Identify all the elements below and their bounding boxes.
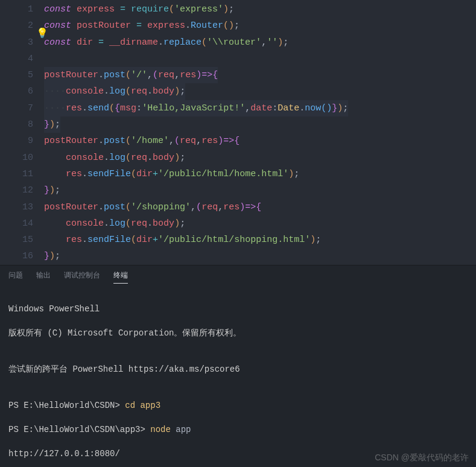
tab-terminal[interactable]: 终端 [113, 270, 128, 284]
terminal-line: 版权所有 (C) Microsoft Corporation。保留所有权利。 [8, 327, 468, 339]
line-number: 1 [0, 1, 33, 17]
terminal-line: PS E:\HelloWorld\CSDN> cd app3 [8, 399, 468, 411]
watermark: CSDN @爱敲代码的老许 [375, 453, 469, 463]
line-number: 2 [0, 17, 33, 34]
line-number: 8 [0, 116, 33, 133]
lightbulb-icon[interactable]: 💡 [36, 27, 48, 39]
line-number: 9 [0, 133, 33, 149]
line-number: 6 [0, 83, 33, 100]
panel-tabs: 问题 输出 调试控制台 终端 [0, 265, 476, 287]
line-gutter: 1 2 3 4 5 6 7 8 9 10 11 12 13 14 15 16 [0, 1, 44, 265]
line-number: 3 [0, 34, 33, 51]
tab-problems[interactable]: 问题 [8, 270, 23, 284]
line-number: 10 [0, 150, 33, 166]
terminal-line: Windows PowerShell [8, 303, 468, 315]
line-number: 7 [0, 100, 33, 116]
line-number: 13 [0, 199, 33, 215]
line-number: 15 [0, 232, 33, 248]
tab-debug-console[interactable]: 调试控制台 [64, 270, 100, 284]
tab-output[interactable]: 输出 [36, 270, 51, 284]
terminal-line: 尝试新的跨平台 PowerShell https://aka.ms/pscore… [8, 363, 468, 375]
terminal-line: PS E:\HelloWorld\CSDN\app3> node app [8, 424, 468, 436]
line-number: 12 [0, 182, 33, 199]
line-number: 5 [0, 67, 33, 83]
code-content[interactable]: const express = require('express'); cons… [44, 1, 476, 265]
line-number: 4 [0, 51, 33, 67]
line-number: 14 [0, 215, 33, 232]
bottom-panel: 问题 输出 调试控制台 终端 Windows PowerShell 版权所有 (… [0, 265, 476, 467]
line-number: 16 [0, 248, 33, 264]
terminal-output[interactable]: Windows PowerShell 版权所有 (C) Microsoft Co… [0, 287, 476, 467]
line-number: 11 [0, 166, 33, 182]
code-editor[interactable]: 💡 1 2 3 4 5 6 7 8 9 10 11 12 13 14 15 16… [0, 0, 476, 265]
